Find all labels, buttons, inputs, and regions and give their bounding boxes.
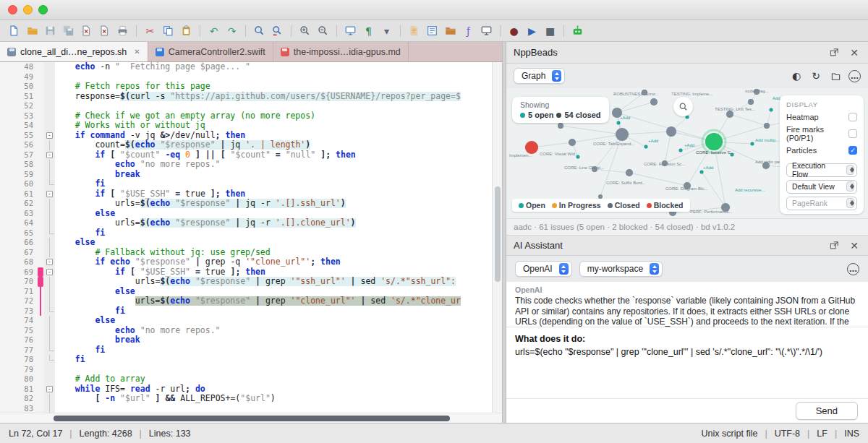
code-line[interactable]: 74 else bbox=[0, 316, 492, 326]
ai-workspace-select[interactable]: my-workspace bbox=[579, 261, 663, 277]
code-line[interactable]: 54 # Works with or without jq bbox=[0, 121, 492, 131]
display-option-fire-marks-p0-p1[interactable]: Fire marks (P0/P1) bbox=[786, 125, 857, 142]
tab-the-impossi-idia-gpus-md[interactable]: the-impossi…idia-gpus.md bbox=[273, 42, 409, 61]
editor-vertical-scrollbar[interactable] bbox=[492, 62, 502, 413]
code-line[interactable]: 51 response=$(curl -s "https://api.githu… bbox=[0, 92, 492, 102]
display-select-pagerank[interactable]: PageRank bbox=[786, 197, 857, 210]
code-line[interactable]: 80 # Add to array bbox=[0, 374, 492, 384]
fold-toggle-icon[interactable]: - bbox=[44, 189, 55, 199]
code-line[interactable]: 57- if [ "$count" -eq 0 ] || [ "$count" … bbox=[0, 150, 492, 160]
code-line[interactable]: 62 urls=$(echo "$response" | jq -r '.[].… bbox=[0, 199, 492, 209]
sync-scroll-button[interactable] bbox=[342, 22, 359, 39]
display-select-default-view[interactable]: Default View bbox=[786, 180, 857, 194]
nppbeads-popout-icon[interactable] bbox=[827, 46, 841, 59]
save-all-button[interactable] bbox=[60, 22, 77, 39]
code-line[interactable]: 83 bbox=[0, 404, 492, 413]
code-line[interactable]: 76 break bbox=[0, 335, 492, 345]
code-line[interactable]: 73 fi bbox=[0, 306, 492, 317]
code-line[interactable]: 48 echo -n " Fetching page $page... " bbox=[0, 62, 492, 72]
close-window-button[interactable] bbox=[8, 5, 17, 14]
nppbeads-close-icon[interactable]: ✕ bbox=[848, 46, 861, 59]
zoom-in-button[interactable] bbox=[297, 22, 313, 39]
ai-popout-icon[interactable] bbox=[827, 239, 841, 252]
code-line[interactable]: 81- while IFS= read -r url; do bbox=[0, 384, 492, 395]
code-line[interactable]: 64 urls=$(echo "$response" | jq -r '.[].… bbox=[0, 218, 492, 228]
document-map-button[interactable] bbox=[406, 22, 422, 39]
zoom-out-button[interactable] bbox=[315, 22, 331, 39]
code-line[interactable]: 53 # Check if we got an empty array (no … bbox=[0, 111, 492, 121]
code-line[interactable]: 55- if command -v jq &>/dev/null; then bbox=[0, 131, 492, 141]
horizontal-scrollbar-thumb[interactable] bbox=[54, 416, 450, 421]
fullscreen-window-button[interactable] bbox=[38, 5, 48, 14]
find-button[interactable] bbox=[251, 22, 268, 39]
code-line[interactable]: 78 fi bbox=[0, 355, 492, 365]
code-line[interactable]: 77 fi bbox=[0, 345, 492, 356]
graph-canvas[interactable]: ROBUSTNESS: Error...TESTING: Impleme...n… bbox=[506, 88, 868, 219]
macro-stop-button[interactable]: ■ bbox=[542, 22, 558, 39]
replace-button[interactable] bbox=[269, 22, 286, 39]
fold-toggle-icon[interactable]: - bbox=[44, 257, 55, 267]
code-line[interactable]: 72 urls=$(echo "$response" | grep '"clon… bbox=[0, 296, 492, 306]
save-file-button[interactable] bbox=[42, 22, 59, 39]
document-list-button[interactable] bbox=[424, 22, 441, 39]
display-option-heatmap[interactable]: Heatmap bbox=[786, 113, 857, 121]
code-line[interactable]: 63 else bbox=[0, 209, 492, 219]
code-editor[interactable]: 48 echo -n " Fetching page $page... "495… bbox=[0, 62, 502, 413]
code-line[interactable]: 52 bbox=[0, 101, 492, 111]
view-menu-button[interactable]: ▾ bbox=[378, 22, 395, 39]
redo-button[interactable]: ↷ bbox=[224, 22, 240, 39]
minimize-window-button[interactable] bbox=[23, 5, 33, 14]
code-line[interactable]: 50 # Fetch repos for this page bbox=[0, 82, 492, 92]
file-monitor-button[interactable] bbox=[478, 22, 495, 39]
ai-provider-select[interactable]: OpenAI bbox=[515, 261, 572, 277]
graph-view-select[interactable]: Graph bbox=[514, 68, 565, 84]
fold-toggle-icon[interactable]: - bbox=[44, 131, 55, 141]
close-file-button[interactable] bbox=[78, 22, 95, 39]
theme-toggle-icon[interactable]: ◐ bbox=[790, 69, 803, 82]
graph-search-button[interactable] bbox=[673, 97, 693, 116]
function-list-button[interactable]: ƒ bbox=[460, 22, 477, 39]
paste-button[interactable] bbox=[178, 22, 195, 39]
print-button[interactable] bbox=[114, 22, 131, 39]
ai-assistant-button[interactable] bbox=[569, 22, 586, 39]
vertical-scrollbar-thumb[interactable] bbox=[495, 186, 501, 282]
code-line[interactable]: 49 bbox=[0, 72, 492, 82]
code-line[interactable]: 75 echo "no more repos." bbox=[0, 326, 492, 336]
code-line[interactable]: 59 break bbox=[0, 170, 492, 180]
display-select-execution-flow[interactable]: Execution Flow bbox=[786, 163, 857, 177]
code-line[interactable]: 61- if [ "$USE_SSH" = true ]; then bbox=[0, 189, 492, 199]
cut-button[interactable]: ✂ bbox=[142, 22, 158, 39]
send-button[interactable]: Send bbox=[796, 402, 858, 420]
code-line[interactable]: 70 urls=$(echo "$response" | grep '"ssh_… bbox=[0, 277, 492, 287]
code-line[interactable]: 71 else bbox=[0, 287, 492, 297]
code-line[interactable]: 66 else bbox=[0, 238, 492, 248]
tab-clone-all-di-ne-repos-sh[interactable]: clone_all_di…ne_repos.sh✕ bbox=[0, 42, 148, 61]
code-line[interactable]: 68- if echo "$response" | grep -q '"clon… bbox=[0, 257, 492, 267]
fold-toggle-icon[interactable]: - bbox=[44, 150, 55, 160]
display-option-particles[interactable]: Particles bbox=[786, 146, 857, 155]
word-wrap-button[interactable]: ¶ bbox=[360, 22, 377, 39]
editor-horizontal-scrollbar[interactable] bbox=[0, 413, 502, 423]
refresh-icon[interactable]: ↻ bbox=[809, 69, 822, 82]
fold-toggle-icon[interactable]: - bbox=[44, 267, 55, 278]
code-line[interactable]: 60 fi bbox=[0, 179, 492, 189]
tab-close-icon[interactable]: ✕ bbox=[134, 48, 140, 56]
folder-icon[interactable] bbox=[829, 69, 842, 82]
code-line[interactable]: 56 count=$(echo "$response" | jq '. | le… bbox=[0, 140, 492, 150]
more-options-icon[interactable]: … bbox=[848, 70, 861, 82]
folder-as-workspace-button[interactable] bbox=[442, 22, 459, 39]
macro-play-button[interactable]: ▶ bbox=[524, 22, 540, 39]
code-line[interactable]: 69- if [ "$USE_SSH" = true ]; then bbox=[0, 267, 492, 278]
code-line[interactable]: 67 # Fallback without jq: use grep/sed bbox=[0, 248, 492, 258]
open-file-button[interactable] bbox=[24, 22, 41, 39]
code-line[interactable]: 65 fi bbox=[0, 228, 492, 238]
tab-cameracontroller2-swift[interactable]: CameraController2.swift bbox=[148, 42, 273, 61]
undo-button[interactable]: ↶ bbox=[205, 22, 222, 39]
ai-more-options-icon[interactable]: … bbox=[847, 263, 859, 275]
checkbox-particles[interactable] bbox=[848, 146, 857, 155]
checkbox-heatmap[interactable] bbox=[848, 113, 857, 121]
copy-button[interactable] bbox=[160, 22, 176, 39]
code-line[interactable]: 82 [ -n "$url" ] && ALL_REPOS+=("$url") bbox=[0, 394, 492, 404]
ai-input[interactable]: What does it do: urls=$(echo "$response"… bbox=[506, 327, 868, 398]
macro-record-button[interactable]: ● bbox=[506, 22, 522, 39]
